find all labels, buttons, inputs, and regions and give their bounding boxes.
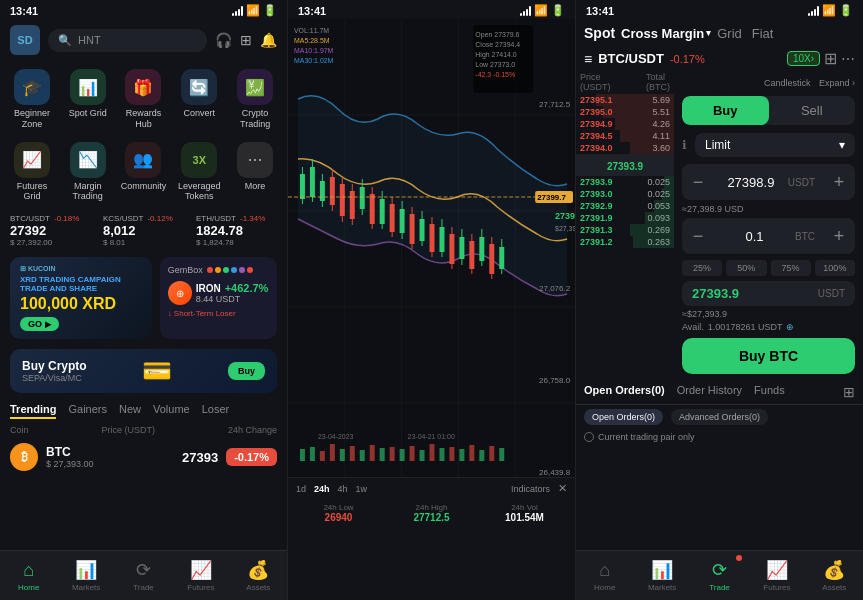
promo-amount: 100,000 XRD [20,295,142,313]
tab-trending[interactable]: Trending [10,403,56,419]
quick-item-futures[interactable]: 📈 Futures Grid [6,138,58,207]
bell-icon[interactable]: 🔔 [260,32,277,48]
right-panel: 13:41 📶🔋 Spot Cross Margin ▾ Grid Fiat ≡… [576,0,863,600]
buy-tab[interactable]: Buy [682,96,769,125]
filter-icon[interactable]: ⊞ [843,384,855,400]
timeframe-1w[interactable]: 1w [356,484,368,494]
buy-btc-btn[interactable]: Buy BTC [682,338,855,374]
ob-ask-4: 27394.5 4.11 [576,130,674,142]
current-pair-checkbox[interactable] [584,432,594,442]
hamburger-icon[interactable]: ≡ [584,51,592,67]
buy-crypto-btn[interactable]: Buy [228,362,265,380]
pct-75[interactable]: 75% [771,260,811,276]
close-chart-btn[interactable]: ✕ [558,482,567,495]
expand-icon[interactable]: ⊞ [240,32,252,48]
quick-item-community[interactable]: 👥 Community [118,138,170,207]
nav-markets[interactable]: 📊 Markets [57,551,114,600]
chart-small-icon[interactable]: ⊞ [824,49,837,68]
crypto-icon: 💹 [237,69,273,105]
settings-icon[interactable]: ⋯ [841,51,855,67]
quick-item-more[interactable]: ··· More [229,138,281,207]
status-icons-mid: 📶🔋 [520,4,565,17]
nav-trade-right[interactable]: ⟳ Trade [691,551,748,600]
nav-assets[interactable]: 💰 Assets [230,551,287,600]
search-box[interactable]: 🔍 HNT [48,29,207,52]
quick-item-leveraged[interactable]: 3X Leveraged Tokens [173,138,225,207]
quick-item-margin[interactable]: 📉 Margin Trading [62,138,114,207]
nav-futures-right[interactable]: 📈 Futures [748,551,805,600]
nav-assets-right[interactable]: 💰 Assets [806,551,863,600]
tab-cross-margin[interactable]: Cross Margin ▾ [621,26,711,41]
timeframe-4h[interactable]: 4h [338,484,348,494]
quick-item-convert[interactable]: 🔄 Convert [173,65,225,134]
quick-item-spot[interactable]: 📊 Spot Grid [62,65,114,134]
price-minus-btn[interactable]: − [682,164,714,200]
svg-rect-67 [390,447,395,461]
info-icon[interactable]: ℹ [682,138,687,152]
timeframe-24h[interactable]: 24h [314,484,330,494]
ticker-btc[interactable]: BTC/USDT -0.18% 27392 $ 27,392.00 [10,214,91,247]
price-plus-btn[interactable]: + [823,164,855,200]
nav-futures[interactable]: 📈 Futures [172,551,229,600]
funds-tab[interactable]: Funds [754,384,785,400]
ticker-kcs[interactable]: KCS/USDT -0.12% 8,012 $ 8.01 [103,214,184,247]
signal-icon [232,6,243,16]
quick-item-beginner[interactable]: 🎓 Beginner Zone [6,65,58,134]
leverage-badge[interactable]: 10X› [787,51,820,66]
sell-tab[interactable]: Sell [769,96,856,125]
nav-home-right[interactable]: ⌂ Home [576,551,633,600]
order-history-tab[interactable]: Order History [677,384,742,400]
more-label: More [245,181,266,192]
open-orders-tab[interactable]: Open Orders(0) [584,384,665,400]
markets-label: Markets [72,583,100,592]
quick-item-crypto[interactable]: 💹 Crypto Trading [229,65,281,134]
promo-go-btn[interactable]: GO ▶ [20,317,59,331]
nav-markets-right[interactable]: 📊 Markets [633,551,690,600]
qty-input[interactable]: 0.1 [714,229,795,244]
coin-list-header: Coin Price (USDT) 24h Change [0,423,287,437]
price-input[interactable]: 27398.9 [714,175,788,190]
quick-grid: 🎓 Beginner Zone 📊 Spot Grid 🎁 Rewards Hu… [0,61,287,210]
promo-card[interactable]: ⊞ KUCOIN XRD TRADING CAMPAIGNTRADE AND S… [10,257,152,339]
timeframe-1d[interactable]: 1d [296,484,306,494]
tab-loser[interactable]: Loser [202,403,230,419]
svg-text:23-04-21 01:00: 23-04-21 01:00 [408,433,455,440]
tab-spot[interactable]: Spot [584,25,615,41]
futures-nav-icon: 📈 [190,559,212,581]
quick-item-rewards[interactable]: 🎁 Rewards Hub [118,65,170,134]
ticker-eth[interactable]: ETH/USDT -1.34% 1824.78 $ 1,824.78 [196,214,277,247]
avatar[interactable]: SD [10,25,40,55]
gembox-card[interactable]: GemBox ⊕ IRON +462.7% 8.44 US [160,257,277,339]
coin-row-btc[interactable]: ₿ BTC $ 27,393.00 27393 -0.17% [0,437,287,477]
filter-open-orders[interactable]: Open Orders(0) [584,409,663,425]
tab-gainers[interactable]: Gainers [68,403,107,419]
filter-advanced-orders[interactable]: Advanced Orders(0) [671,409,768,425]
nav-home[interactable]: ⌂ Home [0,551,57,600]
order-type-select[interactable]: Limit ▾ [695,133,855,157]
pct-25[interactable]: 25% [682,260,722,276]
signal-mid [520,6,531,16]
nav-trade[interactable]: ⟳ Trade [115,551,172,600]
pct-100[interactable]: 100% [815,260,855,276]
ob-bid-5: 27391.3 0.269 [576,224,674,236]
pct-50[interactable]: 50% [726,260,766,276]
chart-area[interactable]: 27,712.5 27,394.4 27,076.2 26,758.0 26,4… [288,19,575,499]
pair-change: -0.17% [670,53,705,65]
high-value: 27712.5 [389,512,474,523]
assets-label-right: Assets [822,583,846,592]
buy-crypto-card[interactable]: Buy Crypto SEPA/Visa/MC 💳 Buy [10,349,277,393]
headphone-icon[interactable]: 🎧 [215,32,232,48]
status-bar-right: 13:41 📶🔋 [576,0,863,19]
tab-new[interactable]: New [119,403,141,419]
qty-plus-btn[interactable]: + [823,218,855,254]
iron-price: 8.44 USDT [196,294,269,304]
qty-minus-btn[interactable]: − [682,218,714,254]
tab-fiat[interactable]: Fiat [752,26,774,41]
avail-label: Avail. [682,322,704,332]
crypto-label: Crypto Trading [231,108,279,130]
indicators-btn[interactable]: Indicators [511,484,550,494]
expand-btn[interactable]: Expand › [819,78,855,88]
avail-info[interactable]: ⊕ [786,322,794,332]
tab-grid[interactable]: Grid [717,26,742,41]
tab-volume[interactable]: Volume [153,403,190,419]
